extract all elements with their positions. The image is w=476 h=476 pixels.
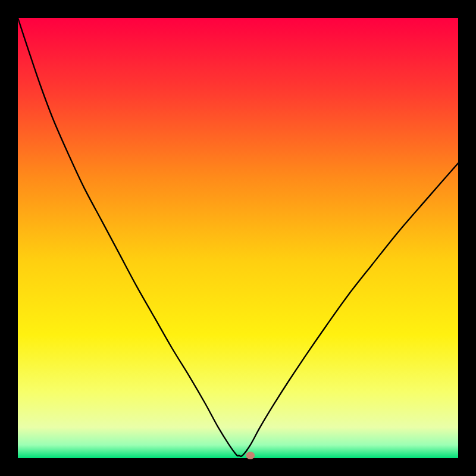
- chart-root: TheBottleneck.com: [0, 0, 476, 476]
- chart-plot-bg: [18, 18, 458, 458]
- sweet-spot-marker: [246, 452, 255, 459]
- chart-canvas: [0, 0, 476, 476]
